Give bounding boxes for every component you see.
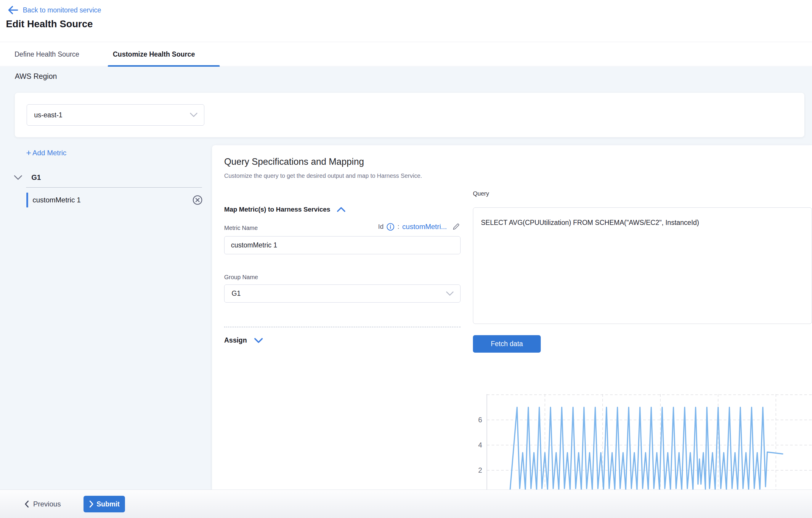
chevron-down-icon <box>446 291 454 296</box>
chevron-left-icon <box>24 500 29 508</box>
plus-icon: + <box>26 149 31 157</box>
circle-x-icon[interactable] <box>193 195 203 205</box>
query-label: Query <box>473 190 489 197</box>
page-title: Edit Health Source <box>6 18 93 30</box>
content-area: AWS Region us-east-1 + Add Metric G1 cus… <box>0 67 812 490</box>
svg-text:4: 4 <box>478 441 482 449</box>
pencil-icon[interactable] <box>452 222 461 231</box>
query-textarea[interactable]: SELECT AVG(CPUUtilization) FROM SCHEMA("… <box>473 208 812 324</box>
tab-define-health-source[interactable]: Define Health Source <box>14 43 79 66</box>
chevron-down-icon <box>254 338 263 343</box>
page-header: Back to monitored service Edit Health So… <box>0 0 812 42</box>
submit-button-label: Submit <box>96 500 120 508</box>
fetch-data-button[interactable]: Fetch data <box>473 335 541 353</box>
metric-group-label: G1 <box>31 173 41 182</box>
svg-text:2: 2 <box>478 466 482 474</box>
submit-button[interactable]: Submit <box>84 496 125 512</box>
metric-chart: 246 <box>468 394 812 490</box>
group-name-select[interactable]: G1 <box>224 284 461 303</box>
metric-id-row: Id : customMetri... <box>224 222 461 231</box>
selected-indicator-bar <box>26 193 28 208</box>
id-label: Id <box>378 223 383 230</box>
group-name-value: G1 <box>232 290 241 298</box>
map-metrics-label: Map Metric(s) to Harness Services <box>224 206 330 213</box>
footer-bar: Previous Submit <box>0 490 812 518</box>
metric-chart-svg: 246 <box>468 394 812 490</box>
assign-label: Assign <box>224 336 247 344</box>
assign-section-header[interactable]: Assign <box>224 336 263 344</box>
aws-region-value: us-east-1 <box>34 111 62 119</box>
add-metric-label: Add Metric <box>33 149 67 157</box>
query-mapping-panel: Query Specifications and Mapping Customi… <box>212 145 812 490</box>
section-subheading: Customize the query to get the desired o… <box>224 172 422 179</box>
section-heading: Query Specifications and Mapping <box>224 157 364 167</box>
id-separator: : <box>398 223 399 230</box>
group-divider <box>26 187 202 188</box>
chevron-down-icon <box>13 175 23 180</box>
svg-text:6: 6 <box>478 416 482 424</box>
previous-button[interactable]: Previous <box>24 496 61 512</box>
group-name-label: Group Name <box>224 274 258 281</box>
metric-name-input[interactable] <box>224 236 461 254</box>
chevron-down-icon <box>190 113 198 117</box>
back-link-label: Back to monitored service <box>23 6 101 14</box>
chevron-up-icon <box>337 207 346 212</box>
map-metrics-section-header[interactable]: Map Metric(s) to Harness Services <box>224 206 346 213</box>
metric-item-label: customMetric 1 <box>33 196 81 204</box>
aws-region-card: us-east-1 <box>15 93 804 137</box>
metric-id-value[interactable]: customMetri... <box>402 222 447 231</box>
back-arrow-icon <box>7 5 19 15</box>
back-link[interactable]: Back to monitored service <box>7 4 101 16</box>
aws-region-select[interactable]: us-east-1 <box>27 104 204 126</box>
metric-group-row[interactable]: G1 <box>13 173 41 182</box>
edit-health-source-screen: Back to monitored service Edit Health So… <box>0 0 812 518</box>
aws-region-label: AWS Region <box>15 72 57 81</box>
chevron-right-icon <box>89 500 94 508</box>
previous-button-label: Previous <box>33 500 61 508</box>
tab-bar: Define Health Source Customize Health So… <box>0 43 812 66</box>
tab-customize-health-source[interactable]: Customize Health Source <box>113 43 195 66</box>
add-metric-button[interactable]: + Add Metric <box>26 149 66 157</box>
info-icon[interactable] <box>386 223 395 231</box>
assign-separator <box>224 327 461 327</box>
metric-list-item[interactable]: customMetric 1 <box>25 192 207 208</box>
